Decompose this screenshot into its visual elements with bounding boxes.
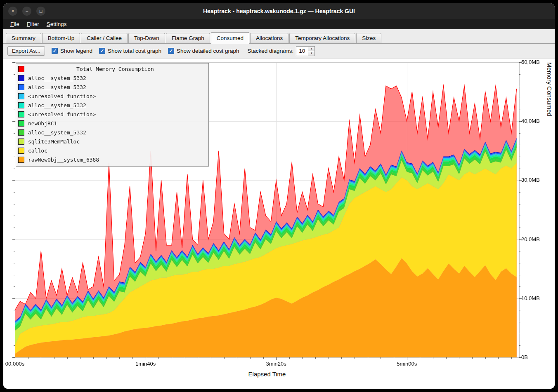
legend-item: newObjRC1 bbox=[18, 119, 206, 128]
toolbar: Export As... Show legend Show total cost… bbox=[3, 44, 555, 59]
checkbox-label: Show total cost graph bbox=[108, 48, 161, 54]
checkbox-box[interactable] bbox=[168, 48, 174, 54]
legend-item: alloc__system_5332 bbox=[18, 101, 206, 110]
y-axis-tick-label: 0B bbox=[521, 354, 528, 360]
close-button[interactable]: × bbox=[8, 7, 17, 16]
legend-swatch bbox=[18, 111, 24, 117]
legend-item: sqlite3MemMalloc bbox=[18, 137, 206, 146]
spinbox-up-button[interactable]: ▴ bbox=[308, 47, 314, 52]
legend-label: newObjRC1 bbox=[28, 120, 57, 127]
legend-item: alloc__system_5332 bbox=[18, 73, 206, 82]
tab-bar: Summary Bottom-Up Caller / Callee Top-Do… bbox=[3, 29, 555, 44]
close-icon: × bbox=[11, 8, 14, 14]
legend-swatch bbox=[18, 157, 24, 163]
window-controls: × − □ bbox=[8, 7, 45, 16]
x-axis-tick-label: 00.000s bbox=[5, 361, 24, 367]
maximize-icon: □ bbox=[40, 9, 43, 14]
chevron-up-icon: ▴ bbox=[311, 47, 312, 50]
x-axis-tick-label: 3min20s bbox=[266, 361, 286, 367]
legend-label: alloc__system_5332 bbox=[28, 129, 86, 136]
show-legend-checkbox[interactable]: Show legend bbox=[52, 48, 92, 54]
legend-label: calloc bbox=[28, 148, 47, 154]
tab-caller-callee[interactable]: Caller / Callee bbox=[81, 33, 128, 43]
legend-swatch bbox=[18, 138, 24, 145]
tab-summary[interactable]: Summary bbox=[6, 33, 41, 43]
legend-label: sqlite3MemMalloc bbox=[28, 138, 80, 145]
menu-filter[interactable]: Filter bbox=[23, 20, 43, 28]
checkbox-label: Show legend bbox=[60, 48, 92, 54]
show-total-cost-graph-checkbox[interactable]: Show total cost graph bbox=[99, 48, 161, 54]
menubar: File Filter Settings bbox=[3, 19, 555, 29]
checkbox-box[interactable] bbox=[52, 48, 58, 54]
chevron-down-icon: ▾ bbox=[311, 52, 312, 55]
legend-swatch bbox=[18, 102, 24, 108]
show-detailed-cost-graph-checkbox[interactable]: Show detailed cost graph bbox=[168, 48, 239, 54]
consumed-chart-panel: Total Memory Consumptionalloc__system_53… bbox=[3, 59, 555, 389]
legend-label: <unresolved function> bbox=[28, 111, 96, 117]
window-title: Heaptrack - heaptrack.wakunode.1.gz — He… bbox=[3, 8, 555, 14]
legend-item: <unresolved function> bbox=[18, 92, 206, 101]
legend-label: rawNewObj__system_6388 bbox=[28, 157, 99, 163]
x-axis-tick-label: 1min40s bbox=[135, 361, 156, 367]
legend-swatch bbox=[18, 120, 24, 127]
legend-label: <unresolved function> bbox=[28, 93, 96, 99]
stacked-diagrams-label: Stacked diagrams: bbox=[248, 48, 294, 54]
y-axis-tick-label: 50,0MB bbox=[521, 59, 540, 65]
legend-item: rawNewObj__system_6388 bbox=[18, 155, 206, 164]
y-axis-title: Memory Consumed bbox=[546, 62, 553, 357]
legend-swatch bbox=[18, 129, 24, 136]
x-axis-tick-label: 5min00s bbox=[397, 361, 417, 367]
tab-bottom-up[interactable]: Bottom-Up bbox=[42, 33, 80, 43]
checkbox-box[interactable] bbox=[99, 48, 105, 54]
heaptrack-window: × − □ Heaptrack - heaptrack.wakunode.1.g… bbox=[3, 3, 555, 389]
legend-title-row: Total Memory Consumption bbox=[18, 64, 206, 73]
y-axis-tick-label: 30,0MB bbox=[521, 177, 540, 183]
legend-label: alloc__system_5332 bbox=[28, 84, 86, 90]
spinbox-value[interactable]: 10 bbox=[296, 47, 308, 56]
legend-label: alloc__system_5332 bbox=[28, 102, 86, 108]
legend-swatch bbox=[18, 148, 24, 154]
tab-consumed[interactable]: Consumed bbox=[211, 32, 249, 44]
checkbox-label: Show detailed cost graph bbox=[177, 48, 239, 54]
legend-title-label: Total Memory Consumption bbox=[24, 66, 206, 72]
legend-item: calloc bbox=[18, 146, 206, 155]
tab-sizes[interactable]: Sizes bbox=[356, 33, 381, 43]
y-axis-tick-label: 20,0MB bbox=[521, 236, 540, 242]
x-axis-title: Elapsed Time bbox=[15, 371, 519, 378]
export-as-button[interactable]: Export As... bbox=[7, 46, 45, 56]
maximize-button[interactable]: □ bbox=[36, 7, 45, 16]
tab-top-down[interactable]: Top-Down bbox=[128, 33, 165, 43]
menu-file[interactable]: File bbox=[7, 20, 23, 28]
minimize-icon: − bbox=[25, 8, 28, 14]
legend-swatch bbox=[18, 66, 24, 72]
legend-item: alloc__system_5332 bbox=[18, 128, 206, 137]
stacked-diagrams-spinbox[interactable]: 10 ▴ ▾ bbox=[296, 46, 315, 56]
tab-temporary-allocations[interactable]: Temporary Allocations bbox=[289, 33, 355, 43]
titlebar[interactable]: × − □ Heaptrack - heaptrack.wakunode.1.g… bbox=[3, 3, 555, 19]
tab-flame-graph[interactable]: Flame Graph bbox=[166, 33, 210, 43]
y-axis-tick-label: 40,0MB bbox=[521, 118, 540, 124]
legend-item: alloc__system_5332 bbox=[18, 82, 206, 92]
menu-settings[interactable]: Settings bbox=[43, 20, 71, 28]
legend-item: <unresolved function> bbox=[18, 110, 206, 119]
legend-swatch bbox=[18, 75, 24, 81]
y-axis-tick-label: 10,0MB bbox=[521, 295, 540, 301]
legend-swatch bbox=[18, 84, 24, 90]
legend-label: alloc__system_5332 bbox=[28, 75, 86, 81]
spinbox-arrows: ▴ ▾ bbox=[308, 47, 314, 56]
spinbox-down-button[interactable]: ▾ bbox=[308, 51, 314, 56]
legend-swatch bbox=[18, 93, 24, 99]
chart-legend: Total Memory Consumptionalloc__system_53… bbox=[16, 63, 209, 167]
tab-allocations[interactable]: Allocations bbox=[250, 33, 288, 43]
minimize-button[interactable]: − bbox=[22, 7, 31, 16]
